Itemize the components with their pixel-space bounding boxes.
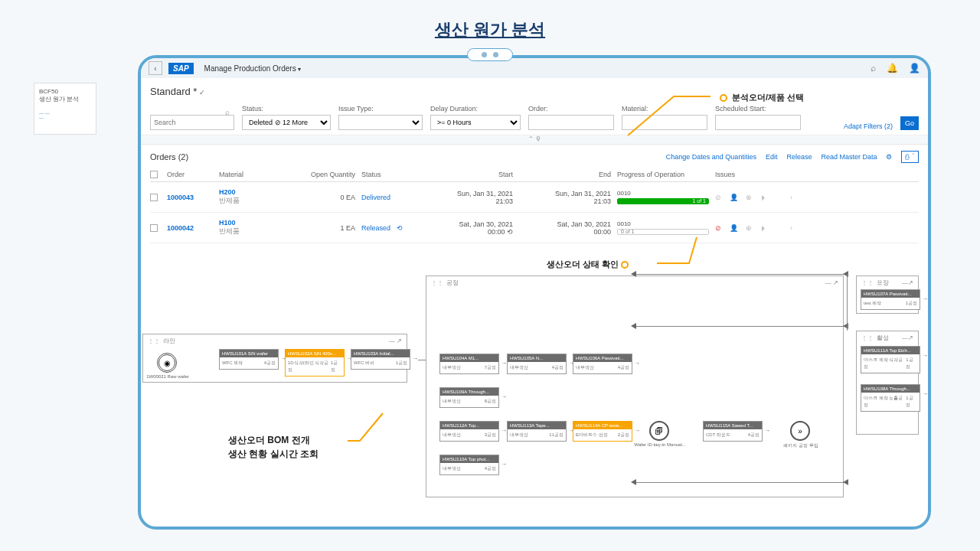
start-node[interactable]: ◉ — [157, 353, 177, 373]
issue-icons[interactable]: ⊘ 👤 ⊕ ⏵ — [715, 194, 784, 201]
process-card[interactable]: HWSU106A Passivati...내부생산4공정 — [573, 354, 632, 374]
status-text: Released ⟲ — [361, 224, 407, 232]
manual-node[interactable]: 🗐 — [649, 421, 669, 441]
process-card[interactable]: HWSU101A S/N waferWFC 제작4공정 — [219, 349, 279, 370]
search-field: ⌕ — [150, 105, 234, 130]
process-card[interactable]: HWSU102A SiN 400n...1D식각(라인 식각공정1공정 — [285, 349, 345, 377]
go-button[interactable]: Go — [900, 116, 919, 130]
process-card[interactable]: HWSU105A N...내부생산4공정 — [507, 354, 567, 374]
issue-select[interactable] — [338, 115, 423, 130]
status-text: Delivered — [361, 194, 407, 201]
process-card[interactable]: HWSU113A Tape...내부생산11공정 — [507, 421, 567, 442]
table-row[interactable]: 1000043 H200반제품 0 EA Delivered Sun, Jan … — [150, 182, 919, 213]
status-select[interactable]: Deleted ⊘ 12 More — [242, 115, 331, 130]
action-release[interactable]: Release — [786, 153, 812, 161]
sched-input[interactable] — [715, 115, 801, 130]
pager-dot[interactable] — [482, 52, 487, 57]
orders-table: Orders (2) Change Dates and Quantities E… — [141, 144, 928, 249]
sap-logo: SAP — [168, 63, 194, 74]
pager[interactable] — [467, 48, 513, 61]
action-edit[interactable]: Edit — [766, 153, 778, 161]
annotation-order-status: 생산오더 상태 확인 — [547, 259, 633, 270]
order-link[interactable]: 1000043 — [167, 194, 213, 201]
page-title: 생산 원가 분석 — [0, 0, 980, 49]
order-input[interactable] — [528, 115, 614, 130]
material-link[interactable]: H100 — [219, 219, 288, 227]
process-card[interactable]: HWSU112A Top...내부생산3공정 — [439, 421, 499, 442]
end-node[interactable]: » — [790, 421, 810, 441]
filter-bar: Standard * ⌕ Status: Deleted ⊘ 12 More I… — [141, 78, 928, 135]
settings-icon[interactable]: ⚙ — [886, 153, 892, 161]
row-nav[interactable]: › — [790, 224, 802, 232]
process-card[interactable]: HWSU114A CP teste...E마비트수 선정2공정 — [573, 421, 632, 442]
shell-title[interactable]: Manage Production Orders — [204, 64, 301, 73]
search-icon[interactable]: ⌕ — [871, 63, 876, 73]
row-checkbox[interactable] — [150, 194, 158, 201]
action-change-dates[interactable]: Change Dates and Quantities — [666, 153, 756, 161]
order-link[interactable]: 1000042 — [167, 224, 213, 232]
table-row[interactable]: 1000042 H100반제품 1 EA Released ⟲ Sat, Jan… — [150, 213, 919, 243]
process-card[interactable]: HWSU104A M1...내부생산7공정 — [439, 354, 499, 374]
process-card[interactable]: HWSU109A Through...내부생산8공정 — [439, 387, 499, 408]
process-card[interactable]: HWSU111A Top Etch...마스크 제작 식각공정1공정 — [861, 346, 920, 373]
delay-select[interactable]: >= 0 Hours — [430, 115, 521, 130]
material-input[interactable] — [622, 115, 707, 130]
back-button[interactable]: ‹ — [149, 61, 162, 75]
select-all-cb[interactable] — [150, 171, 158, 178]
export-button[interactable]: ⎙ ˅ — [901, 151, 919, 163]
orders-title: Orders (2) — [150, 152, 188, 161]
process-card[interactable]: HWSU103A Initial...WFC 버퍼1공정 — [351, 349, 410, 370]
shell-bar: ‹ SAP Manage Production Orders ⌕ 🔔 👤 — [141, 58, 928, 78]
process-card[interactable]: HWSU115A Sawed T...CDT 라운드4공정 — [703, 421, 763, 442]
row-checkbox[interactable] — [150, 224, 158, 232]
collapse-toggle[interactable]: ⌃ ⚲ — [141, 135, 928, 144]
annotation-select-order: 분석오더/제품 선택 — [720, 92, 804, 103]
process-diagram: ⋮⋮라인— ↗ ◉ 1W00021 Raw wafer ⋮⋮공정— ↗ ⋮⋮포장… — [142, 329, 923, 520]
slide-thumb[interactable]: BCF50 생산 원가 분석 — —— — [34, 83, 96, 135]
process-card[interactable]: HWSU107A Passivati...test 제작1공정 — [861, 289, 920, 310]
action-read-master[interactable]: Read Master Data — [821, 153, 877, 161]
process-card[interactable]: HWSU108A Through...마스크 제작 노출공정1공정 — [861, 384, 920, 412]
pager-dot[interactable] — [493, 52, 498, 57]
bell-icon[interactable]: 🔔 — [887, 63, 898, 73]
adapt-filters[interactable]: Adapt Filters (2) — [844, 122, 893, 130]
search-input[interactable] — [150, 115, 234, 130]
search-icon[interactable]: ⌕ — [225, 108, 230, 116]
row-nav[interactable]: › — [790, 194, 802, 201]
user-icon[interactable]: 👤 — [909, 63, 920, 73]
material-link[interactable]: H200 — [219, 188, 288, 196]
issue-icons[interactable]: ⊘ 👤 ⊕ ⏵ — [715, 224, 784, 232]
process-card[interactable]: HWSU110A Top phot...내부생산4공정 — [439, 455, 499, 475]
